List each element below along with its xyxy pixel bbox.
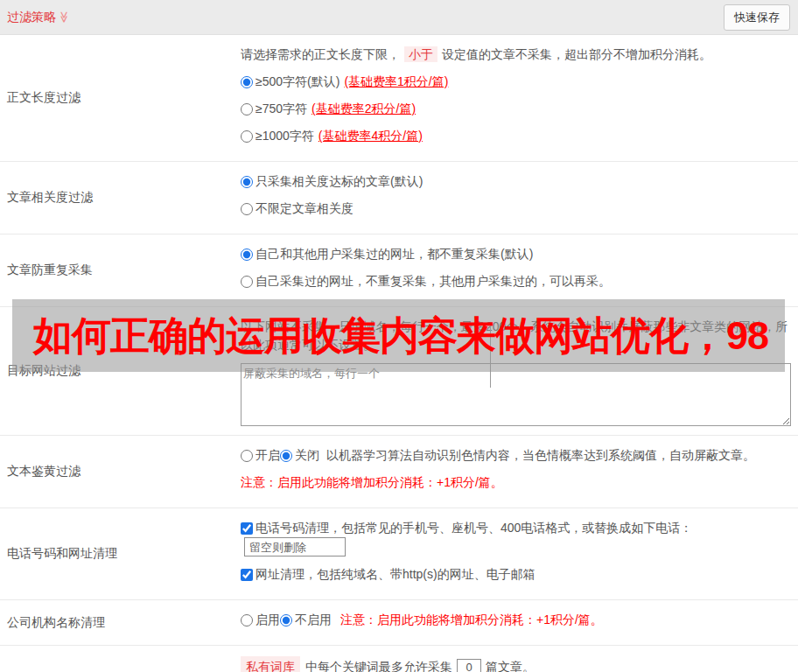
overlay-ad-banner[interactable]: 如何正确的运用收集内容来做网站优化，98 (12, 299, 785, 372)
page-title-text: 过滤策略 (7, 10, 56, 25)
dedup-global-label: 自己和其他用户采集过的网址，都不重复采集(默认) (256, 245, 533, 263)
keyword-count-input[interactable] (457, 659, 481, 672)
row-label: 关键词防重复采集 (0, 646, 241, 672)
porn-on-label: 开启 (256, 446, 280, 465)
desc-pre: 请选择需求的正文长度下限， (241, 47, 400, 61)
chevron-down-icon: ≫ (59, 11, 70, 24)
dedup-self-radio[interactable] (241, 276, 253, 288)
length-filter-desc: 请选择需求的正文长度下限，小于设定值的文章不采集，超出部分不增加积分消耗。 (241, 46, 791, 64)
phone-clean-option[interactable]: 电话号码清理，包括常见的手机号、座机号、400电话格式，或替换成如下电话： (241, 519, 791, 556)
url-clean-label: 网址清理，包括纯域名、带http(s)的网址、电子邮箱 (256, 565, 536, 584)
url-clean-checkbox[interactable] (241, 569, 253, 581)
desc-post: 设定值的文章不采集，超出部分不增加积分消耗。 (442, 47, 711, 61)
company-clean-note: 注意：启用此功能将增加积分消耗：+1积分/篇。 (340, 611, 603, 629)
company-off-label: 不启用 (295, 611, 332, 629)
keyword-limit-suffix: 篇文章。 (486, 658, 535, 672)
length-750-radio[interactable] (241, 103, 253, 116)
relevance-strict-radio[interactable] (241, 176, 253, 188)
blocked-domains-textarea[interactable] (241, 363, 791, 426)
row-company-clean: 公司机构名称清理 启用 不启用 注意：启用此功能将增加积分消耗：+1积分/篇。 (0, 600, 798, 646)
company-on-radio[interactable] (241, 614, 253, 626)
row-label: 公司机构名称清理 (0, 600, 241, 645)
length-option-750[interactable]: ≥750字符 (基础费率2积分/篇) (241, 100, 791, 118)
length-option-500[interactable]: ≥500字符(默认) (基础费率1积分/篇) (241, 73, 791, 91)
porn-filter-desc: 以机器学习算法自动识别色情内容，当色情概率达到系统阈值，自动屏蔽文章。 (326, 446, 755, 465)
row-length-filter: 正文长度过滤 请选择需求的正文长度下限，小于设定值的文章不采集，超出部分不增加积… (0, 35, 798, 162)
length-1000-fee: (基础费率4积分/篇) (318, 127, 423, 145)
row-dedup-collect: 文章防重复采集 自己和其他用户采集过的网址，都不重复采集(默认) 自己采集过的网… (0, 234, 798, 307)
row-content: 私有词库 中每个关键词最多允许采集 篇文章。 如果留空或设为0，则不限篇数。 如… (241, 646, 798, 672)
porn-off-radio[interactable] (280, 450, 292, 462)
overlay-ad-text: 如何正确的运用收集内容来做网站优化，98 (12, 310, 768, 362)
row-porn-filter: 文本鉴黄过滤 开启 关闭 以机器学习算法自动识别色情内容，当色情概率达到系统阈值… (0, 436, 798, 508)
porn-filter-options: 开启 关闭 以机器学习算法自动识别色情内容，当色情概率达到系统阈值，自动屏蔽文章… (241, 446, 791, 465)
phone-clean-label: 电话号码清理，包括常见的手机号、座机号、400电话格式，或替换成如下电话： (256, 519, 692, 537)
row-relevance-filter: 文章相关度过滤 只采集相关度达标的文章(默认) 不限定文章相关度 (0, 162, 798, 234)
relevance-strict-label: 只采集相关度达标的文章(默认) (256, 172, 423, 191)
private-lexicon-badge: 私有词库 (241, 656, 300, 672)
dedup-self-label: 自己采集过的网址，不重复采集，其他用户采集过的，可以再采。 (256, 272, 611, 290)
url-clean-option[interactable]: 网址清理，包括纯域名、带http(s)的网址、电子邮箱 (241, 565, 791, 584)
length-750-label: ≥750字符 (256, 100, 307, 118)
quick-save-button[interactable]: 快速保存 (724, 4, 790, 31)
length-500-radio[interactable] (241, 76, 253, 88)
relevance-option-strict[interactable]: 只采集相关度达标的文章(默认) (241, 172, 791, 191)
phone-replace-input[interactable] (244, 537, 346, 556)
dedup-global-radio[interactable] (241, 248, 253, 261)
length-750-fee: (基础费率2积分/篇) (312, 100, 416, 118)
keyword-limit-text: 中每个关键词最多允许采集 (305, 658, 452, 672)
length-500-label: ≥500字符(默认) (256, 73, 340, 91)
porn-on-radio[interactable] (241, 450, 253, 462)
row-label: 文章防重复采集 (0, 234, 241, 306)
relevance-any-radio[interactable] (241, 203, 253, 215)
porn-filter-note: 注意：启用此功能将增加积分消耗：+1积分/篇。 (241, 473, 791, 492)
row-content: 启用 不启用 注意：启用此功能将增加积分消耗：+1积分/篇。 (241, 600, 798, 645)
row-content: 只采集相关度达标的文章(默认) 不限定文章相关度 (241, 162, 798, 234)
page-title[interactable]: 过滤策略 ≫ (7, 10, 71, 25)
row-label: 文章相关度过滤 (0, 162, 241, 234)
length-500-fee: (基础费率1积分/篇) (344, 73, 448, 91)
length-1000-label: ≥1000字符 (256, 127, 314, 145)
row-content: 开启 关闭 以机器学习算法自动识别色情内容，当色情概率达到系统阈值，自动屏蔽文章… (241, 436, 798, 508)
porn-off-label: 关闭 (295, 446, 319, 465)
length-1000-radio[interactable] (241, 130, 253, 143)
row-keyword-dedup: 关键词防重复采集 私有词库 中每个关键词最多允许采集 篇文章。 如果留空或设为0… (0, 646, 798, 672)
less-than-highlight: 小于 (404, 46, 438, 62)
company-on-label: 启用 (256, 611, 280, 629)
keyword-limit-line: 私有词库 中每个关键词最多允许采集 篇文章。 (241, 656, 791, 672)
dedup-option-global[interactable]: 自己和其他用户采集过的网址，都不重复采集(默认) (241, 245, 791, 263)
row-label: 文本鉴黄过滤 (0, 436, 241, 508)
row-label: 正文长度过滤 (0, 35, 241, 161)
company-off-radio[interactable] (280, 614, 292, 626)
length-option-1000[interactable]: ≥1000字符 (基础费率4积分/篇) (241, 127, 791, 145)
phone-clean-checkbox[interactable] (241, 522, 253, 535)
row-phone-url-clean: 电话号码和网址清理 电话号码清理，包括常见的手机号、座机号、400电话格式，或替… (0, 508, 798, 600)
header-bar: 过滤策略 ≫ 快速保存 (0, 0, 798, 35)
row-content: 自己和其他用户采集过的网址，都不重复采集(默认) 自己采集过的网址，不重复采集，… (241, 234, 798, 306)
row-label: 电话号码和网址清理 (0, 508, 241, 599)
relevance-option-any[interactable]: 不限定文章相关度 (241, 200, 791, 218)
relevance-any-label: 不限定文章相关度 (256, 200, 354, 218)
dedup-option-self[interactable]: 自己采集过的网址，不重复采集，其他用户采集过的，可以再采。 (241, 272, 791, 290)
company-clean-options: 启用 不启用 注意：启用此功能将增加积分消耗：+1积分/篇。 (241, 611, 791, 629)
row-content: 电话号码清理，包括常见的手机号、座机号、400电话格式，或替换成如下电话： 网址… (241, 508, 798, 599)
row-content: 请选择需求的正文长度下限，小于设定值的文章不采集，超出部分不增加积分消耗。 ≥5… (241, 35, 798, 161)
